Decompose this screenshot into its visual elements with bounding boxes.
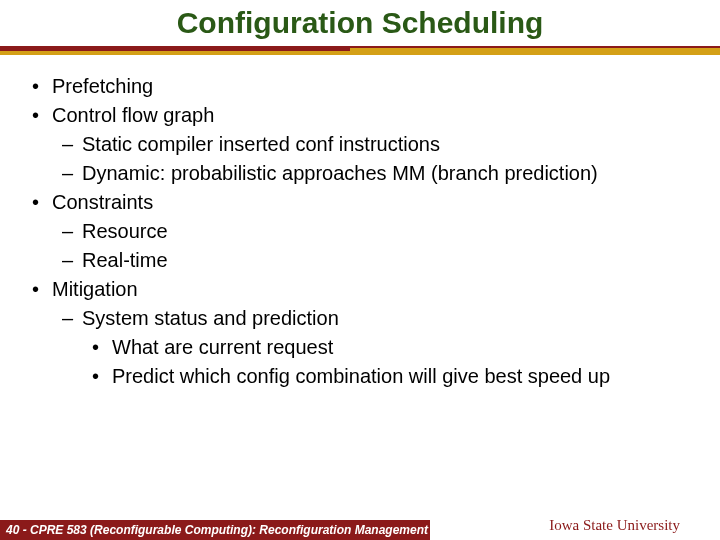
- bullet-static: Static compiler inserted conf instructio…: [52, 130, 698, 159]
- footer-university: Iowa State University: [549, 517, 680, 534]
- bullet-text: What are current request: [112, 336, 333, 358]
- bullet-text: Resource: [82, 220, 168, 242]
- slide-footer: 40 - CPRE 583 (Reconfigurable Computing)…: [0, 514, 720, 540]
- bullet-constraints: Constraints Resource Real-time: [22, 188, 698, 275]
- bullet-text: Constraints: [52, 191, 153, 213]
- slide-title: Configuration Scheduling: [177, 6, 544, 40]
- slide-content: Prefetching Control flow graph Static co…: [0, 56, 720, 391]
- bullet-text: Mitigation: [52, 278, 138, 300]
- bullet-text: Dynamic: probabilistic approaches MM (br…: [82, 162, 598, 184]
- bullet-system-status: System status and prediction What are cu…: [52, 304, 698, 391]
- bullet-text: Predict which config combination will gi…: [112, 365, 610, 387]
- title-area: Configuration Scheduling: [0, 0, 720, 40]
- bullet-predict-config: Predict which config combination will gi…: [82, 362, 698, 391]
- bullet-text: System status and prediction: [82, 307, 339, 329]
- bullet-mitigation: Mitigation System status and prediction …: [22, 275, 698, 391]
- bullet-current-request: What are current request: [82, 333, 698, 362]
- bullet-text: Static compiler inserted conf instructio…: [82, 133, 440, 155]
- bullet-control-flow: Control flow graph Static compiler inser…: [22, 101, 698, 188]
- bullet-prefetching: Prefetching: [22, 72, 698, 101]
- bullet-realtime: Real-time: [52, 246, 698, 275]
- footer-left: 40 - CPRE 583 (Reconfigurable Computing)…: [0, 520, 430, 540]
- bullet-resource: Resource: [52, 217, 698, 246]
- bullet-text: Control flow graph: [52, 104, 214, 126]
- bullet-text: Real-time: [82, 249, 168, 271]
- bullet-dynamic: Dynamic: probabilistic approaches MM (br…: [52, 159, 698, 188]
- bullet-text: Prefetching: [52, 75, 153, 97]
- title-divider: [0, 46, 720, 56]
